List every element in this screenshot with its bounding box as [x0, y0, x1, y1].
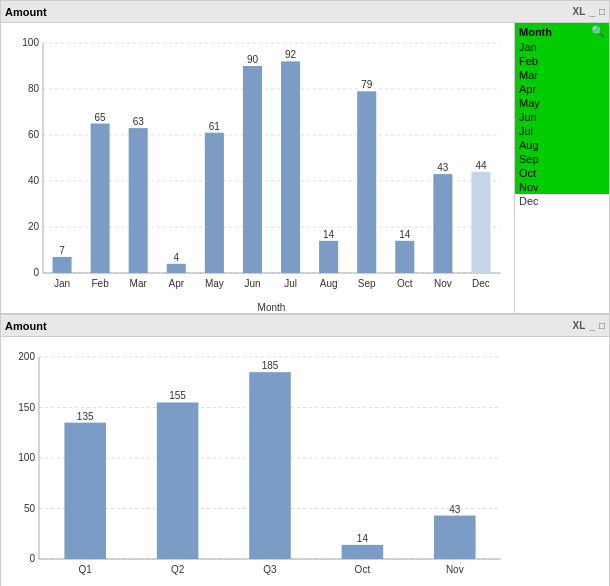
top-chart-header: Amount XL _ □: [1, 1, 609, 23]
top-xl-icon[interactable]: XL: [573, 6, 586, 17]
svg-rect-35: [319, 241, 338, 273]
top-maximize-icon[interactable]: □: [599, 6, 605, 17]
svg-text:0: 0: [29, 553, 35, 564]
svg-text:14: 14: [357, 533, 369, 544]
svg-text:Feb: Feb: [92, 278, 110, 289]
svg-text:Nov: Nov: [434, 278, 452, 289]
svg-text:Oct: Oct: [397, 278, 413, 289]
svg-rect-69: [249, 372, 291, 559]
svg-text:Jun: Jun: [244, 278, 260, 289]
bottom-maximize-icon[interactable]: □: [599, 320, 605, 331]
svg-rect-26: [205, 133, 224, 273]
bottom-xl-icon[interactable]: XL: [573, 320, 586, 331]
svg-text:Q3: Q3: [263, 564, 277, 575]
svg-text:100: 100: [22, 37, 39, 48]
svg-text:Dec: Dec: [472, 278, 490, 289]
svg-text:150: 150: [18, 402, 35, 413]
svg-text:44: 44: [475, 160, 487, 171]
svg-text:14: 14: [323, 229, 335, 240]
svg-text:May: May: [205, 278, 224, 289]
svg-text:Nov: Nov: [446, 564, 464, 575]
svg-rect-44: [433, 174, 452, 273]
sidebar-list: Jan Feb Mar Apr May Jun Jul Aug Sep Oct …: [515, 40, 609, 208]
svg-text:65: 65: [95, 112, 107, 123]
sidebar-item-oct[interactable]: Oct: [515, 166, 609, 180]
svg-text:63: 63: [133, 116, 145, 127]
svg-text:185: 185: [262, 360, 279, 371]
svg-rect-75: [434, 516, 476, 559]
bottom-chart-area: 050100150200135Q1155Q2185Q314Oct43NovPer…: [1, 337, 609, 586]
sidebar-item-feb[interactable]: Feb: [515, 54, 609, 68]
svg-text:Q2: Q2: [171, 564, 185, 575]
svg-rect-72: [342, 545, 384, 559]
svg-text:7: 7: [59, 245, 65, 256]
svg-text:43: 43: [449, 504, 461, 515]
svg-text:Apr: Apr: [169, 278, 185, 289]
svg-text:Sep: Sep: [358, 278, 376, 289]
svg-text:0: 0: [33, 267, 39, 278]
svg-text:80: 80: [28, 83, 40, 94]
svg-rect-41: [395, 241, 414, 273]
sidebar-item-mar[interactable]: Mar: [515, 68, 609, 82]
svg-text:61: 61: [209, 121, 221, 132]
svg-text:Q1: Q1: [79, 564, 93, 575]
sidebar-title: Month 🔍: [515, 23, 609, 40]
svg-text:92: 92: [285, 49, 297, 60]
svg-text:Jan: Jan: [54, 278, 70, 289]
sidebar-item-apr[interactable]: Apr: [515, 82, 609, 96]
svg-text:90: 90: [247, 54, 259, 65]
svg-text:Oct: Oct: [355, 564, 371, 575]
svg-rect-23: [167, 264, 186, 273]
svg-text:100: 100: [18, 452, 35, 463]
svg-rect-29: [243, 66, 262, 273]
svg-rect-20: [129, 128, 148, 273]
svg-text:Jul: Jul: [284, 278, 297, 289]
svg-text:Aug: Aug: [320, 278, 338, 289]
svg-text:40: 40: [28, 175, 40, 186]
top-chart-title: Amount: [5, 6, 47, 18]
sidebar-search-icon[interactable]: 🔍: [591, 25, 605, 38]
sidebar-item-aug[interactable]: Aug: [515, 138, 609, 152]
svg-text:79: 79: [361, 79, 373, 90]
svg-rect-38: [357, 91, 376, 273]
svg-rect-17: [91, 124, 110, 274]
bottom-minimize-icon[interactable]: _: [589, 320, 595, 331]
svg-text:135: 135: [77, 411, 94, 422]
sidebar-item-nov[interactable]: Nov: [515, 180, 609, 194]
sidebar-item-sep[interactable]: Sep: [515, 152, 609, 166]
svg-rect-47: [471, 172, 490, 273]
top-chart-container: Amount XL _ □ 0204060801007Jan65Feb63Mar…: [0, 0, 610, 314]
svg-rect-14: [53, 257, 72, 273]
svg-text:Month: Month: [258, 302, 286, 313]
bottom-chart-container: Amount XL _ □ 050100150200135Q1155Q2185Q…: [0, 314, 610, 586]
svg-rect-63: [64, 423, 106, 559]
sidebar-item-dec[interactable]: Dec: [515, 194, 609, 208]
bottom-chart-title: Amount: [5, 320, 47, 332]
svg-text:20: 20: [28, 221, 40, 232]
svg-text:60: 60: [28, 129, 40, 140]
top-minimize-icon[interactable]: _: [589, 6, 595, 17]
svg-text:4: 4: [174, 252, 180, 263]
svg-text:50: 50: [24, 503, 36, 514]
month-sidebar: Month 🔍 Jan Feb Mar Apr May Jun Jul Aug …: [514, 23, 609, 313]
svg-text:14: 14: [399, 229, 411, 240]
sidebar-item-jul[interactable]: Jul: [515, 124, 609, 138]
svg-rect-66: [157, 402, 199, 559]
svg-text:200: 200: [18, 351, 35, 362]
svg-text:155: 155: [169, 390, 186, 401]
svg-text:43: 43: [437, 162, 449, 173]
svg-rect-32: [281, 61, 300, 273]
bottom-chart-header: Amount XL _ □: [1, 315, 609, 337]
sidebar-item-may[interactable]: May: [515, 96, 609, 110]
sidebar-item-jun[interactable]: Jun: [515, 110, 609, 124]
sidebar-item-jan[interactable]: Jan: [515, 40, 609, 54]
svg-text:Mar: Mar: [130, 278, 148, 289]
